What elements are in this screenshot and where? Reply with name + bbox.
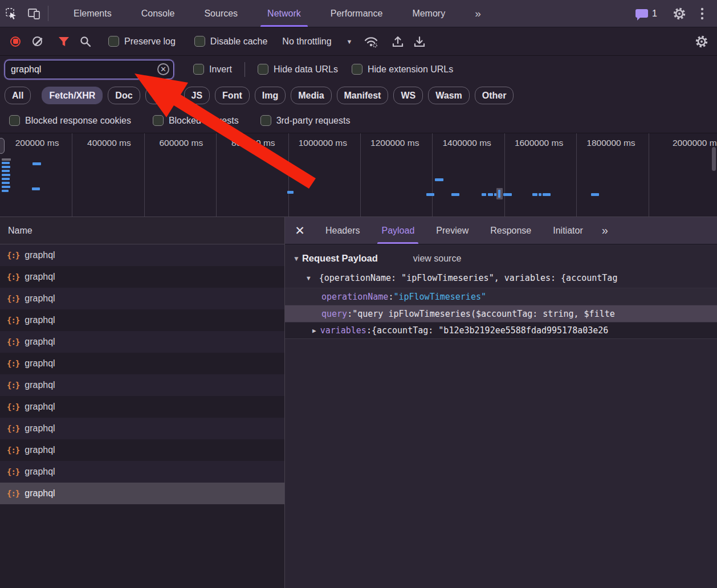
invert-checkbox[interactable]: Invert bbox=[186, 64, 239, 75]
checkbox-icon bbox=[9, 115, 20, 126]
console-messages-button[interactable]: 1 bbox=[630, 9, 663, 19]
third-party-requests-checkbox[interactable]: 3rd-party requests bbox=[254, 115, 357, 126]
blocked-cookies-label: Blocked response cookies bbox=[25, 116, 131, 126]
blocked-requests-checkbox[interactable]: Blocked requests bbox=[146, 115, 246, 126]
blocked-requests-label: Blocked requests bbox=[169, 116, 239, 126]
filter-toggle-button[interactable] bbox=[53, 32, 75, 51]
waterfall-bar bbox=[543, 193, 551, 196]
payload-row-variables[interactable]: ▶ variables: {accountTag: "b12e3b2192ee5… bbox=[285, 322, 717, 339]
table-row[interactable]: {:}graphql bbox=[0, 331, 284, 353]
table-row[interactable]: {:}graphql bbox=[0, 288, 284, 309]
waterfall-bar bbox=[503, 193, 512, 196]
tab-preview[interactable]: Preview bbox=[425, 217, 479, 244]
timeline-gridline bbox=[649, 133, 649, 217]
export-har-button[interactable] bbox=[409, 32, 430, 51]
tab-initiator[interactable]: Initiator bbox=[542, 217, 593, 244]
pill-js[interactable]: JS bbox=[184, 87, 210, 104]
table-row-selected[interactable]: {:}graphql bbox=[0, 483, 284, 504]
overview-scrollbar-thumb[interactable] bbox=[712, 147, 716, 171]
triangle-down-icon: ▼ bbox=[293, 255, 300, 263]
advanced-filters-row: Blocked response cookies Blocked request… bbox=[0, 108, 717, 133]
table-row[interactable]: {:}graphql bbox=[0, 266, 284, 288]
checkbox-icon bbox=[153, 115, 164, 126]
pill-manifest[interactable]: Manifest bbox=[337, 87, 389, 104]
table-row[interactable]: {:}graphql bbox=[0, 439, 284, 461]
network-conditions-icon bbox=[364, 35, 378, 48]
throttling-dropdown[interactable]: No throttling ▼ bbox=[274, 36, 360, 47]
json-fetch-icon: {:} bbox=[7, 272, 19, 281]
disable-cache-checkbox[interactable]: Disable cache bbox=[188, 36, 275, 47]
table-row[interactable]: {:}graphql bbox=[0, 461, 284, 483]
chevron-down-icon: ▼ bbox=[347, 38, 353, 45]
table-row[interactable]: {:}graphql bbox=[0, 353, 284, 374]
hide-data-urls-checkbox[interactable]: Hide data URLs bbox=[251, 64, 345, 75]
more-panels-button[interactable]: » bbox=[460, 0, 496, 27]
pill-fetch-xhr[interactable]: Fetch/XHR bbox=[42, 87, 103, 104]
filter-input[interactable] bbox=[5, 64, 157, 75]
request-payload-section-header[interactable]: ▼ Request Payload view source bbox=[285, 244, 717, 268]
pill-font[interactable]: Font bbox=[215, 87, 250, 104]
payload-preview-line[interactable]: ▼ {operationName: "ipFlowTimeseries", va… bbox=[285, 268, 717, 288]
tab-console[interactable]: Console bbox=[127, 0, 190, 27]
request-name: graphql bbox=[25, 402, 55, 412]
table-row[interactable]: {:}graphql bbox=[0, 244, 284, 266]
tab-payload[interactable]: Payload bbox=[370, 217, 425, 244]
tab-headers[interactable]: Headers bbox=[315, 217, 370, 244]
pill-wasm[interactable]: Wasm bbox=[428, 87, 470, 104]
tab-memory[interactable]: Memory bbox=[397, 0, 460, 27]
divider bbox=[48, 6, 48, 21]
table-row[interactable]: {:}graphql bbox=[0, 309, 284, 331]
network-conditions-button[interactable] bbox=[360, 32, 382, 51]
timeline-tick-label: 1200000 ms bbox=[356, 138, 419, 148]
tab-performance[interactable]: Performance bbox=[316, 0, 398, 27]
device-toolbar-icon bbox=[27, 7, 41, 20]
pill-css[interactable]: CSS bbox=[145, 87, 179, 104]
preserve-log-checkbox[interactable]: Preserve log bbox=[101, 36, 182, 47]
pill-img[interactable]: Img bbox=[255, 87, 286, 104]
close-detail-button[interactable]: ✕ bbox=[285, 217, 315, 244]
pill-other[interactable]: Other bbox=[475, 87, 514, 104]
table-row[interactable]: {:}graphql bbox=[0, 418, 284, 439]
table-row[interactable]: {:}graphql bbox=[0, 374, 284, 396]
tab-network[interactable]: Network bbox=[252, 0, 316, 27]
name-column-header[interactable]: Name bbox=[0, 217, 284, 244]
request-name: graphql bbox=[25, 467, 55, 477]
pill-all[interactable]: All bbox=[5, 87, 31, 104]
pill-ws[interactable]: WS bbox=[393, 87, 423, 104]
more-detail-tabs-button[interactable]: » bbox=[594, 217, 616, 244]
payload-row-operation-name[interactable]: operationName: "ipFlowTimeseries" bbox=[285, 288, 717, 305]
request-name: graphql bbox=[25, 337, 55, 347]
clear-filter-icon[interactable]: ✕ bbox=[157, 63, 169, 75]
invert-label: Invert bbox=[209, 64, 232, 75]
timeline-tick-label: 600000 ms bbox=[140, 138, 203, 148]
waterfall-bar bbox=[2, 174, 10, 176]
tab-response[interactable]: Response bbox=[479, 217, 542, 244]
preview-text: {operationName: "ipFlowTimeseries", vari… bbox=[319, 273, 618, 283]
customize-devtools-button[interactable] bbox=[691, 7, 714, 20]
record-network-log-button[interactable] bbox=[5, 32, 26, 51]
json-fetch-icon: {:} bbox=[7, 381, 19, 390]
blocked-response-cookies-checkbox[interactable]: Blocked response cookies bbox=[2, 115, 138, 126]
tab-sources[interactable]: Sources bbox=[189, 0, 252, 27]
hide-extension-urls-label: Hide extension URLs bbox=[368, 64, 453, 75]
close-icon: ✕ bbox=[295, 224, 305, 238]
network-settings-button[interactable] bbox=[691, 32, 712, 51]
tab-elements[interactable]: Elements bbox=[59, 0, 127, 27]
search-network-button[interactable] bbox=[75, 32, 96, 51]
import-har-button[interactable] bbox=[387, 32, 409, 51]
waterfall-bar bbox=[2, 162, 10, 164]
table-row[interactable]: {:}graphql bbox=[0, 396, 284, 418]
view-source-link[interactable]: view source bbox=[413, 254, 461, 264]
settings-button[interactable] bbox=[668, 7, 691, 21]
inspect-cursor-icon bbox=[5, 7, 18, 20]
hide-extension-urls-checkbox[interactable]: Hide extension URLs bbox=[345, 64, 460, 75]
pill-doc[interactable]: Doc bbox=[108, 87, 140, 104]
inspect-element-button[interactable] bbox=[0, 0, 23, 27]
device-toolbar-button[interactable] bbox=[23, 0, 46, 27]
request-name: graphql bbox=[25, 358, 55, 369]
json-fetch-icon: {:} bbox=[7, 424, 19, 433]
network-overview-timeline[interactable]: 200000 ms400000 ms600000 ms800000 ms1000… bbox=[0, 133, 717, 217]
clear-network-log-button[interactable] bbox=[26, 32, 48, 51]
payload-row-query-selected[interactable]: query: "query ipFlowTimeseries($accountT… bbox=[285, 305, 717, 322]
pill-media[interactable]: Media bbox=[291, 87, 331, 104]
